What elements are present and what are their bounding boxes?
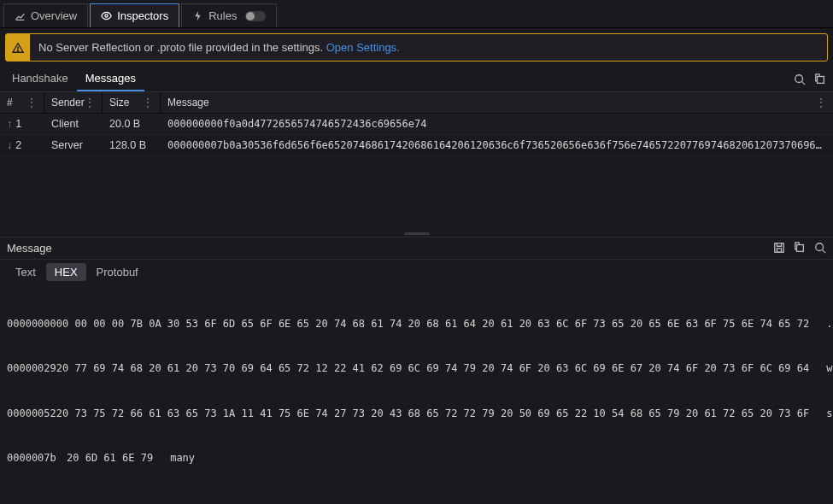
- search-icon[interactable]: [814, 242, 826, 254]
- svg-point-9: [816, 243, 824, 251]
- save-icon[interactable]: [773, 242, 785, 254]
- svg-rect-8: [797, 245, 804, 252]
- hex-ascii: many: [170, 451, 826, 466]
- hex-offset: 00000052: [7, 407, 56, 421]
- view-tabs: Text HEX Protobuf: [0, 260, 833, 284]
- tab-overview[interactable]: Overview: [3, 3, 88, 27]
- subtabs: Handshake Messages: [3, 67, 144, 91]
- svg-rect-6: [775, 243, 784, 253]
- cell-sender: Server: [44, 135, 103, 155]
- table-row[interactable]: ↑ 1 Client 20.0 B 000000000f0a0d47726565…: [0, 114, 833, 135]
- open-settings-link[interactable]: Open Settings.: [326, 41, 400, 54]
- hex-bytes: 20 77 69 74 68 20 61 20 73 70 69 64 65 7…: [56, 361, 826, 376]
- cell-message: 000000000f0a0d4772656574746572436c69656e…: [161, 114, 833, 134]
- hex-bytes: 20 6D 61 6E 79: [67, 451, 170, 466]
- col-header-size[interactable]: Size ⋮: [103, 92, 161, 113]
- arrow-down-icon: ↓: [7, 139, 12, 151]
- svg-point-0: [105, 15, 108, 17]
- hex-offset: 00000029: [7, 361, 56, 376]
- popout-icon[interactable]: [814, 73, 826, 85]
- message-panel-title: Message: [7, 242, 52, 255]
- tab-rules-label: Rules: [208, 9, 237, 22]
- lightning-icon: [192, 10, 203, 21]
- view-tab-protobuf[interactable]: Protobuf: [88, 263, 147, 281]
- hex-line: 00000052 20 73 75 72 66 61 63 65 73 1A 1…: [7, 407, 826, 421]
- cell-sender: Client: [44, 114, 103, 134]
- hex-bytes: 00 00 00 00 7B 0A 30 53 6F 6D 65 6F 6E 6…: [56, 317, 826, 331]
- svg-rect-7: [777, 249, 781, 252]
- cell-index: ↓ 2: [0, 135, 44, 155]
- tab-inspectors-label: Inspectors: [117, 9, 168, 22]
- eye-icon: [101, 10, 112, 21]
- hex-dump[interactable]: 00000000 00 00 00 00 7B 0A 30 53 6F 6D 6…: [0, 284, 833, 504]
- hex-ascii: surfaces..Aunt's Cherry Pie".They are so: [826, 407, 833, 421]
- col-header-num[interactable]: # ⋮: [0, 92, 44, 113]
- row-index: 1: [15, 118, 21, 130]
- warning-icon: [12, 42, 24, 54]
- col-header-sender[interactable]: Sender ⋮: [44, 92, 103, 113]
- hex-offset: 0000007b: [7, 451, 67, 466]
- tab-overview-label: Overview: [31, 9, 77, 22]
- col-menu-icon[interactable]: ⋮: [816, 97, 826, 108]
- col-header-message-label: Message: [167, 97, 209, 108]
- alert-body: No Server Reflection or .proto file prov…: [30, 34, 408, 61]
- cell-size: 20.0 B: [103, 114, 161, 134]
- table-header: # ⋮ Sender ⋮ Size ⋮ Message ⋮: [0, 92, 833, 114]
- col-menu-icon[interactable]: ⋮: [26, 97, 37, 108]
- cell-message: 000000007b0a30536f6d656f6e65207468617420…: [161, 135, 833, 155]
- hex-ascii: with a spider."Ability to cling to solid: [826, 361, 833, 376]
- alert-text: No Server Reflection or .proto file prov…: [38, 41, 326, 54]
- copy-icon[interactable]: [794, 242, 806, 254]
- hex-line: 00000029 20 77 69 74 68 20 61 20 73 70 6…: [7, 361, 826, 376]
- svg-line-4: [802, 81, 806, 85]
- search-icon[interactable]: [794, 73, 806, 85]
- warning-icon-box: [6, 34, 30, 61]
- col-header-num-label: #: [7, 97, 13, 108]
- view-tab-hex[interactable]: HEX: [46, 263, 86, 281]
- subtabs-actions: [794, 73, 826, 85]
- cell-index: ↑ 1: [0, 114, 44, 134]
- subtab-messages[interactable]: Messages: [77, 67, 144, 91]
- message-panel-actions: [773, 242, 826, 254]
- svg-point-2: [17, 50, 18, 50]
- arrow-up-icon: ↑: [7, 118, 12, 130]
- row-index: 2: [15, 139, 21, 151]
- message-panel: Message Text HEX Protobuf 00000000 00 00…: [0, 237, 833, 504]
- svg-rect-5: [818, 76, 824, 83]
- hex-line: 00000000 00 00 00 00 7B 0A 30 53 6F 6D 6…: [7, 317, 826, 331]
- cell-size: 128.0 B: [103, 135, 161, 155]
- top-tab-bar: Overview Inspectors Rules: [0, 0, 833, 28]
- tab-rules[interactable]: Rules: [181, 3, 277, 27]
- col-header-message[interactable]: Message ⋮: [161, 92, 833, 113]
- svg-point-3: [795, 74, 803, 82]
- table-row[interactable]: ↓ 2 Server 128.0 B 000000007b0a30536f6d6…: [0, 135, 833, 156]
- col-header-size-label: Size: [109, 97, 129, 108]
- hex-offset: 00000000: [7, 317, 56, 331]
- settings-alert: No Server Reflection or .proto file prov…: [5, 33, 828, 62]
- hex-ascii: ....{.0Someone that had a close encounte…: [826, 317, 833, 331]
- col-header-sender-label: Sender: [51, 97, 85, 108]
- message-panel-header: Message: [0, 237, 833, 260]
- chart-icon: [15, 10, 26, 21]
- rules-toggle[interactable]: [245, 11, 266, 21]
- table-body: ↑ 1 Client 20.0 B 000000000f0a0d47726565…: [0, 114, 833, 231]
- hex-bytes: 20 73 75 72 66 61 63 65 73 1A 11 41 75 6…: [56, 407, 826, 421]
- subtab-handshake[interactable]: Handshake: [3, 67, 77, 91]
- subtabs-row: Handshake Messages: [0, 67, 833, 92]
- hex-line: 0000007b 20 6D 61 6E 79 many: [7, 451, 826, 466]
- tab-inspectors[interactable]: Inspectors: [90, 3, 179, 27]
- view-tab-text[interactable]: Text: [7, 263, 44, 281]
- col-menu-icon[interactable]: ⋮: [85, 97, 95, 108]
- svg-line-10: [823, 250, 826, 254]
- col-menu-icon[interactable]: ⋮: [143, 97, 153, 108]
